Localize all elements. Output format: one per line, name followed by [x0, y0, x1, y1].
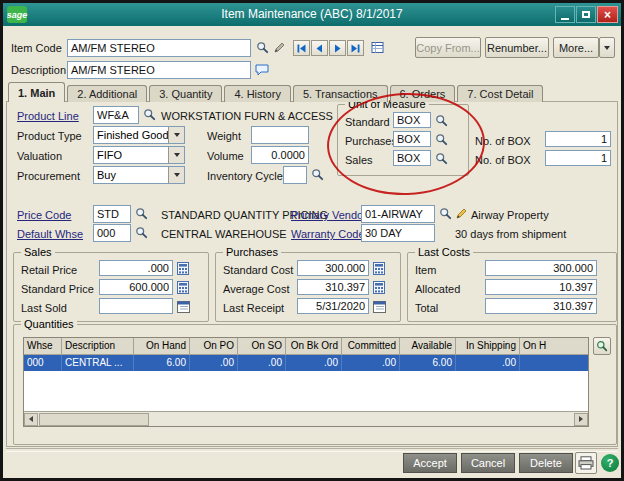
tab-main[interactable]: 1. Main — [8, 82, 65, 102]
last-receipt-input[interactable] — [297, 298, 369, 314]
volume-input[interactable] — [251, 146, 309, 164]
first-record-button[interactable] — [293, 40, 310, 56]
previous-record-button[interactable] — [311, 40, 328, 56]
column-header[interactable]: On Hand — [134, 338, 190, 355]
last-record-button[interactable] — [347, 40, 364, 56]
scroll-left-button[interactable] — [24, 413, 38, 426]
column-header[interactable]: On SO — [238, 338, 286, 355]
default-whse-link[interactable]: Default Whse — [17, 228, 83, 240]
print-button[interactable] — [575, 452, 597, 474]
quantities-grid: Whse Description On Hand On PO On SO On … — [23, 337, 589, 427]
default-whse-input[interactable] — [93, 224, 131, 242]
help-button[interactable]: ? — [601, 454, 619, 472]
average-cost-input[interactable] — [297, 279, 369, 295]
more-dropdown-button[interactable] — [599, 37, 615, 58]
more-button[interactable]: More... — [553, 37, 599, 58]
product-line-lookup-icon[interactable] — [141, 107, 157, 122]
product-type-select[interactable]: Finished Good — [93, 126, 185, 144]
close-button[interactable]: × — [597, 6, 618, 23]
cancel-button[interactable]: Cancel — [461, 453, 515, 473]
tab-additional[interactable]: 2. Additional — [67, 85, 147, 102]
grid-lookup-button[interactable] — [593, 337, 611, 355]
procurement-select[interactable]: Buy — [93, 166, 185, 184]
procurement-label: Procurement — [17, 170, 80, 182]
chevron-down-icon[interactable] — [168, 147, 184, 163]
uom-standard-input[interactable] — [393, 112, 431, 128]
weight-input[interactable] — [251, 126, 309, 144]
last-cost-item-label: Item — [415, 264, 436, 276]
price-code-link[interactable]: Price Code — [17, 209, 71, 221]
standard-cost-input[interactable] — [297, 260, 369, 276]
last-sold-input[interactable] — [99, 298, 173, 314]
column-header[interactable]: On PO — [190, 338, 238, 355]
warranty-code-input[interactable] — [361, 224, 435, 242]
average-cost-calculator-icon[interactable] — [371, 280, 387, 295]
primary-vendor-lookup-icon[interactable] — [437, 206, 453, 221]
description-input[interactable] — [67, 61, 251, 79]
item-code-input[interactable] — [67, 39, 251, 57]
column-header[interactable]: Available — [400, 338, 456, 355]
item-edit-icon[interactable] — [271, 40, 287, 55]
default-whse-description: CENTRAL WAREHOUSE — [161, 228, 287, 240]
column-header[interactable]: On Bk Ord — [286, 338, 342, 355]
product-line-link[interactable]: Product Line — [17, 110, 79, 122]
inventory-cycle-input[interactable] — [283, 166, 307, 184]
price-code-lookup-icon[interactable] — [133, 206, 149, 221]
tab-history[interactable]: 4. History — [224, 85, 290, 102]
horizontal-scrollbar[interactable] — [24, 411, 588, 426]
tab-transactions[interactable]: 5. Transactions — [293, 85, 388, 102]
uom-sales-input[interactable] — [393, 150, 431, 166]
last-receipt-calendar-icon[interactable] — [371, 299, 387, 314]
chevron-down-icon[interactable] — [168, 167, 184, 183]
no-of-box-sales-value — [545, 150, 611, 166]
cell-on-bk-ord: .00 — [286, 355, 342, 371]
primary-vendor-edit-icon[interactable] — [453, 206, 469, 221]
memo-icon[interactable] — [369, 40, 385, 55]
maximize-button[interactable] — [576, 6, 596, 23]
product-line-input[interactable] — [93, 106, 139, 124]
minimize-button[interactable] — [555, 6, 575, 23]
warranty-code-description: 30 days from shipment — [455, 228, 566, 240]
scroll-right-button[interactable] — [574, 413, 588, 426]
last-cost-allocated-value — [485, 279, 597, 295]
uom-sales-lookup-icon[interactable] — [433, 151, 449, 166]
primary-vendor-input[interactable] — [361, 205, 435, 223]
quantities-row-selected[interactable]: 000 CENTRAL ... 6.00 .00 .00 .00 .00 6.0… — [24, 355, 588, 371]
last-sold-calendar-icon[interactable] — [175, 299, 191, 314]
inventory-cycle-label: Inventory Cycle — [207, 170, 283, 182]
standard-cost-calculator-icon[interactable] — [371, 261, 387, 276]
default-whse-lookup-icon[interactable] — [133, 225, 149, 240]
column-header[interactable]: In Shipping — [456, 338, 520, 355]
uom-purchases-lookup-icon[interactable] — [433, 132, 449, 147]
delete-button[interactable]: Delete — [519, 453, 573, 473]
uom-purchases-input[interactable] — [393, 131, 431, 147]
retail-price-calculator-icon[interactable] — [175, 261, 191, 276]
column-header[interactable]: On H — [520, 338, 589, 355]
tab-cost-detail[interactable]: 7. Cost Detail — [457, 85, 543, 102]
standard-price-calculator-icon[interactable] — [175, 280, 191, 295]
description-label: Description — [11, 64, 66, 76]
scrollbar-thumb[interactable] — [39, 413, 149, 426]
warranty-code-link[interactable]: Warranty Code — [291, 228, 365, 240]
next-record-button[interactable] — [329, 40, 346, 56]
valuation-select[interactable]: FIFO — [93, 146, 185, 164]
inventory-cycle-lookup-icon[interactable] — [309, 167, 325, 182]
item-code-lookup-icon[interactable] — [254, 40, 270, 55]
column-header[interactable]: Committed — [342, 338, 400, 355]
chevron-down-icon[interactable] — [168, 127, 184, 143]
column-header[interactable]: Description — [62, 338, 134, 355]
chevron-down-icon — [604, 46, 610, 50]
copy-from-button[interactable]: Copy From... — [415, 37, 481, 58]
primary-vendor-link[interactable]: Primary Vendor — [291, 209, 367, 221]
retail-price-input[interactable] — [99, 260, 173, 276]
comment-bubble-icon[interactable] — [254, 62, 270, 77]
renumber-button[interactable]: Renumber... — [485, 37, 549, 58]
tab-orders[interactable]: 6. Orders — [390, 85, 456, 102]
title-bar[interactable]: sage Item Maintenance (ABC) 8/1/2017 × — [3, 3, 621, 26]
column-header[interactable]: Whse — [24, 338, 62, 355]
uom-standard-lookup-icon[interactable] — [433, 113, 449, 128]
accept-button[interactable]: Accept — [403, 453, 457, 473]
tab-quantity[interactable]: 3. Quantity — [149, 85, 222, 102]
standard-price-input[interactable] — [99, 279, 173, 295]
price-code-input[interactable] — [93, 205, 131, 223]
